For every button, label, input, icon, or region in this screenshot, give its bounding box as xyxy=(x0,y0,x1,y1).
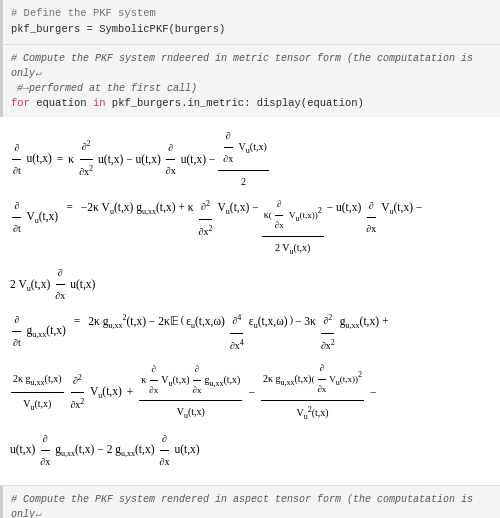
code-block-2: # Compute the PKF system rndeered in met… xyxy=(0,44,500,118)
metric-eq-2b: 2 Vu(t,x) ∂∂x u(t,x) xyxy=(10,262,490,307)
for-line-1: for equation in pkf_burgers.in_metric: d… xyxy=(11,96,492,112)
metric-eq-3: ∂∂t gu,xx(t,x) = 2κ gu,xx2(t,x) − 2κ𝔼 ( … xyxy=(10,309,490,357)
metric-eq-1: ∂∂t u(t,x) = κ ∂2∂x2 u(t,x) − u(t,x) ∂∂x… xyxy=(10,125,490,193)
code-block-1: # Define the PKF system pkf_burgers = Sy… xyxy=(0,0,500,44)
metric-eq-3b: 2κ gu,xx(t,x) Vu(t,x) ∂2∂x2 Vu(t,x) + κ∂… xyxy=(10,359,490,426)
comment-line-1: # Define the PKF system xyxy=(11,6,492,22)
metric-equations: ∂∂t u(t,x) = κ ∂2∂x2 u(t,x) − u(t,x) ∂∂x… xyxy=(0,117,500,484)
comment-compute-1: # Compute the PKF system rndeered in met… xyxy=(11,51,492,81)
eq1-lhs: ∂∂t u(t,x) xyxy=(10,137,52,182)
page-container: # Define the PKF system pkf_burgers = Sy… xyxy=(0,0,500,518)
metric-eq-3c: u(t,x) ∂∂x gu,xx(t,x) − 2 gu,xx(t,x) ∂∂x… xyxy=(10,428,490,473)
comment-compute-1b: #→performed at the first call) xyxy=(11,81,492,96)
metric-eq-2: ∂∂t Vu(t,x) = −2κ Vu(t,x) gu,xx(t,x) + κ… xyxy=(10,195,490,260)
comment-compute-2: # Compute the PKF system rendered in asp… xyxy=(11,492,492,518)
code-line-1: pkf_burgers = SymbolicPKF(burgers) xyxy=(11,22,492,38)
code-block-3: # Compute the PKF system rendered in asp… xyxy=(0,486,500,518)
